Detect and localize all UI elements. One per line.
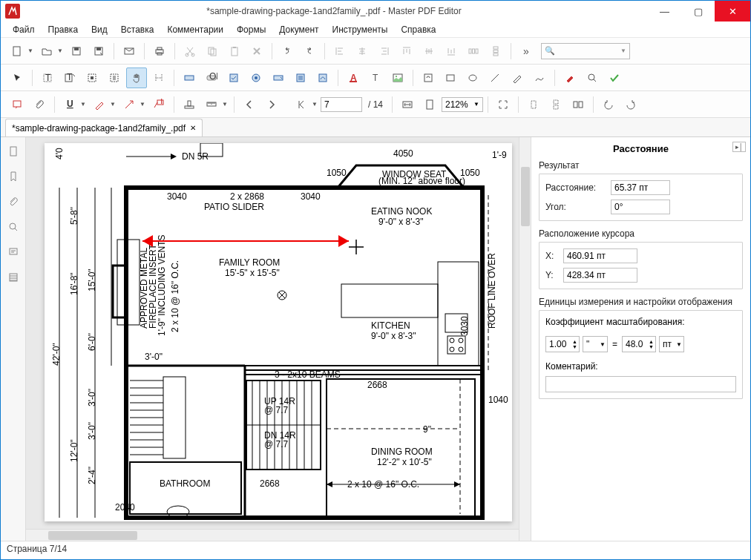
edit-object-tool[interactable] bbox=[82, 67, 102, 88]
open-button[interactable] bbox=[36, 41, 57, 62]
pencil-tool[interactable] bbox=[507, 67, 528, 88]
x-value[interactable] bbox=[563, 248, 637, 263]
menu-help[interactable]: Справка bbox=[395, 23, 442, 36]
paste-button[interactable] bbox=[224, 41, 245, 62]
highlight-tool[interactable]: A bbox=[343, 67, 364, 88]
combobox-form[interactable] bbox=[268, 67, 289, 88]
align-center-v-button[interactable] bbox=[419, 41, 439, 62]
checkbox-form[interactable] bbox=[223, 67, 244, 88]
print-button[interactable] bbox=[149, 41, 170, 62]
text-tool[interactable]: T bbox=[37, 67, 58, 88]
rotate-right-button[interactable] bbox=[620, 94, 641, 115]
rectangle-tool[interactable] bbox=[440, 67, 461, 88]
fit-width-button[interactable] bbox=[397, 94, 418, 115]
dropdown-icon[interactable]: ▼ bbox=[57, 47, 65, 54]
arrow-tool[interactable] bbox=[119, 94, 140, 115]
document-tab[interactable]: *sample-drawing-package-1and2family_.pdf… bbox=[5, 119, 203, 136]
ellipse-tool[interactable] bbox=[462, 67, 483, 88]
callout-tool[interactable]: T bbox=[148, 94, 169, 115]
menu-comments[interactable]: Комментарии bbox=[161, 23, 229, 36]
edit-text-tool[interactable]: T bbox=[59, 67, 80, 88]
checkmark-tool[interactable] bbox=[604, 67, 625, 88]
menu-document[interactable]: Документ bbox=[273, 23, 324, 36]
cut-button[interactable] bbox=[180, 41, 200, 62]
image-tool[interactable] bbox=[387, 67, 408, 88]
email-button[interactable] bbox=[119, 41, 140, 62]
prev-page-button[interactable] bbox=[239, 94, 260, 115]
search-input[interactable]: 🔍 ▼ bbox=[541, 43, 630, 59]
panel-expand-button[interactable]: ▸│ bbox=[732, 142, 746, 152]
horizontal-scrollbar[interactable] bbox=[26, 529, 519, 541]
dropdown-icon[interactable]: ▼ bbox=[222, 101, 229, 108]
facing-view[interactable] bbox=[568, 94, 588, 115]
rotate-left-button[interactable] bbox=[598, 94, 619, 115]
fit-page-button[interactable] bbox=[419, 94, 440, 115]
dropdown-icon[interactable]: ▼ bbox=[110, 101, 117, 108]
y-value[interactable] bbox=[563, 268, 637, 283]
new-button[interactable] bbox=[7, 41, 27, 62]
menu-insert[interactable]: Вставка bbox=[115, 23, 160, 36]
stamp-tool[interactable] bbox=[179, 94, 200, 115]
delete-button[interactable] bbox=[246, 41, 267, 62]
copy-button[interactable] bbox=[202, 41, 223, 62]
undo-button[interactable] bbox=[277, 41, 298, 62]
overflow-button[interactable]: » bbox=[516, 41, 537, 62]
align-left-button[interactable] bbox=[329, 41, 350, 62]
scale-unit-b-select[interactable]: пт▼ bbox=[659, 336, 684, 352]
note-tool[interactable] bbox=[7, 94, 27, 115]
menu-forms[interactable]: Формы bbox=[231, 23, 272, 36]
attachments-panel-button[interactable] bbox=[4, 192, 23, 211]
redo-button[interactable] bbox=[299, 41, 320, 62]
dropdown-icon[interactable]: ▼ bbox=[27, 47, 35, 54]
align-right-button[interactable] bbox=[374, 41, 395, 62]
hand-tool[interactable] bbox=[126, 67, 147, 88]
search-panel-button[interactable] bbox=[4, 217, 23, 237]
align-top-button[interactable] bbox=[396, 41, 417, 62]
fullscreen-button[interactable] bbox=[493, 94, 514, 115]
minimize-button[interactable]: — bbox=[648, 1, 681, 22]
maximize-button[interactable]: ▢ bbox=[681, 1, 715, 22]
dropdown-icon[interactable]: ▼ bbox=[140, 101, 147, 108]
scale-unit-a-select[interactable]: "▼ bbox=[583, 336, 608, 352]
dropdown-icon[interactable]: ▼ bbox=[80, 101, 88, 108]
align-bottom-button[interactable] bbox=[441, 41, 462, 62]
continuous-view[interactable] bbox=[545, 94, 566, 115]
underline-tool[interactable]: U bbox=[59, 94, 80, 115]
close-button[interactable]: ✕ bbox=[715, 1, 750, 22]
vertical-scrollbar[interactable] bbox=[519, 137, 531, 541]
thumbnails-panel-button[interactable] bbox=[4, 142, 23, 161]
attachment-tool[interactable] bbox=[29, 94, 50, 115]
scale-b-spinner[interactable]: 48.0▲▼ bbox=[622, 336, 656, 352]
marker-tool[interactable] bbox=[560, 67, 580, 88]
dropdown-icon[interactable]: ▼ bbox=[620, 47, 626, 54]
button-form[interactable]: OK bbox=[201, 67, 222, 88]
save-button[interactable] bbox=[66, 41, 87, 62]
select-tool[interactable] bbox=[7, 67, 27, 88]
insert-text-tool[interactable]: T bbox=[365, 67, 386, 88]
find-tool[interactable] bbox=[582, 67, 603, 88]
pdf-page[interactable]: WINDOW SEAT (MIN. 12" above floor) DN 5R… bbox=[45, 143, 512, 521]
angle-value[interactable] bbox=[611, 200, 670, 214]
menu-edit[interactable]: Правка bbox=[42, 23, 85, 36]
comment-input[interactable] bbox=[545, 376, 736, 392]
dropdown-icon[interactable]: ▼ bbox=[312, 101, 319, 108]
distribute-h-button[interactable] bbox=[463, 41, 484, 62]
signature-form[interactable] bbox=[312, 67, 333, 88]
link-tool[interactable] bbox=[418, 67, 439, 88]
textbox-form[interactable] bbox=[179, 67, 200, 88]
listbox-form[interactable] bbox=[290, 67, 311, 88]
menu-file[interactable]: Файл bbox=[7, 23, 41, 36]
scale-a-spinner[interactable]: 1.00▲▼ bbox=[545, 336, 580, 352]
curve-tool[interactable] bbox=[529, 67, 550, 88]
single-page-view[interactable] bbox=[523, 94, 544, 115]
align-center-h-button[interactable] bbox=[352, 41, 373, 62]
page-input[interactable] bbox=[321, 97, 362, 112]
first-page-button[interactable] bbox=[291, 94, 312, 115]
edit-form-tool[interactable] bbox=[104, 67, 125, 88]
draw-tool[interactable] bbox=[89, 94, 110, 115]
distribute-v-button[interactable] bbox=[485, 41, 506, 62]
menu-tools[interactable]: Инструменты bbox=[327, 23, 394, 36]
select-text-tool[interactable] bbox=[148, 67, 169, 88]
bookmarks-panel-button[interactable] bbox=[4, 167, 23, 186]
distance-value[interactable] bbox=[611, 180, 670, 195]
